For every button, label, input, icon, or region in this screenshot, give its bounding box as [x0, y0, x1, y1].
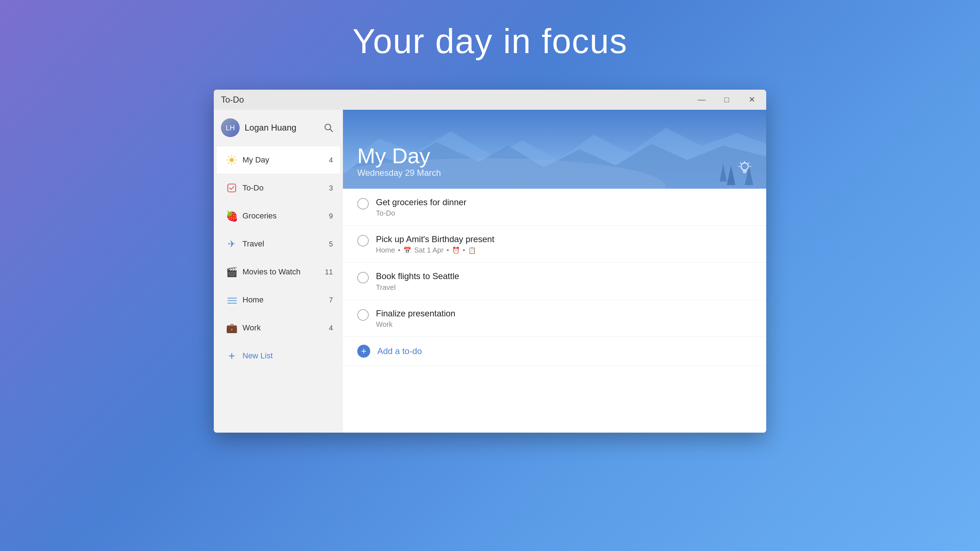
close-button[interactable]: ✕	[745, 92, 759, 107]
svg-line-10	[229, 162, 229, 163]
task-info: Book flights to Seattle Travel	[376, 271, 752, 291]
sidebar-item-to-do[interactable]: To-Do 3	[217, 174, 340, 202]
sidebar-item-travel[interactable]: ✈ Travel 5	[217, 230, 340, 258]
title-bar: To-Do — □ ✕	[214, 90, 766, 110]
tasks-list: Get groceries for dinner To-Do Pick up A…	[343, 189, 766, 433]
new-list-plus-icon: +	[224, 348, 240, 364]
task-checkbox[interactable]	[357, 309, 369, 321]
note-icon: 📋	[468, 247, 476, 254]
svg-line-28	[740, 163, 741, 164]
task-title: Finalize presentation	[376, 308, 752, 319]
myday-date: Wednesday 29 March	[357, 168, 752, 178]
main-content: My Day Wednesday 29 March	[343, 110, 766, 433]
avatar: LH	[221, 118, 240, 137]
task-item[interactable]: Book flights to Seattle Travel	[343, 263, 766, 299]
task-title: Get groceries for dinner	[376, 197, 752, 208]
task-item[interactable]: Finalize presentation Work	[343, 300, 766, 337]
task-info: Finalize presentation Work	[376, 308, 752, 329]
svg-line-29	[749, 163, 749, 164]
work-icon: 💼	[224, 320, 240, 336]
sidebar-item-label: My Day	[242, 155, 329, 165]
minimize-button[interactable]: —	[694, 92, 709, 107]
task-info: Get groceries for dinner To-Do	[376, 197, 752, 217]
sidebar-item-label: Movies to Watch	[242, 267, 325, 277]
avatar-image: LH	[221, 118, 240, 137]
sidebar-item-home[interactable]: Home 7	[217, 286, 340, 314]
task-title: Book flights to Seattle	[376, 271, 752, 282]
task-info: Pick up Amit's Birthday present Home • 📅…	[376, 234, 752, 254]
svg-point-22	[741, 163, 748, 170]
add-todo-icon: +	[357, 345, 370, 358]
sidebar-item-count: 9	[329, 212, 333, 220]
sidebar-item-work[interactable]: 💼 Work 4	[217, 314, 340, 341]
sidebar-header: LH Logan Huang	[214, 110, 343, 146]
task-due-date: Sat 1 Apr	[414, 246, 443, 254]
task-list-name: Work	[376, 320, 393, 329]
home-icon	[224, 292, 240, 308]
new-list-label: New List	[242, 351, 273, 360]
task-item[interactable]: Get groceries for dinner To-Do	[343, 189, 766, 226]
task-meta: Home • 📅 Sat 1 Apr • ⏰ • 📋	[376, 246, 752, 254]
svg-line-9	[234, 157, 235, 158]
sidebar-item-label: Groceries	[242, 211, 329, 221]
sidebar-item-label: Travel	[242, 239, 329, 248]
task-meta: Work	[376, 320, 752, 329]
sidebar-item-my-day[interactable]: My Day 4	[217, 147, 340, 174]
sidebar: LH Logan Huang	[214, 110, 343, 433]
groceries-icon: 🍓	[224, 208, 240, 224]
task-list-name: Travel	[376, 283, 396, 291]
add-todo-label: Add a to-do	[377, 346, 422, 356]
task-meta: To-Do	[376, 209, 752, 217]
task-checkbox[interactable]	[357, 198, 369, 210]
task-checkbox[interactable]	[357, 235, 369, 247]
svg-line-8	[234, 162, 235, 163]
my-day-icon	[224, 152, 240, 168]
movies-icon: 🎬	[224, 264, 240, 280]
travel-icon: ✈	[224, 236, 240, 252]
add-todo-button[interactable]: + Add a to-do	[343, 337, 766, 366]
meta-separator: •	[463, 246, 465, 254]
sidebar-item-count: 5	[329, 240, 333, 248]
task-meta: Travel	[376, 283, 752, 291]
user-name: Logan Huang	[245, 123, 296, 133]
task-title: Pick up Amit's Birthday present	[376, 234, 752, 245]
sidebar-item-count: 7	[329, 296, 333, 304]
meta-separator: •	[447, 246, 449, 254]
sidebar-item-label: Home	[242, 295, 329, 304]
app-window: To-Do — □ ✕ LH Logan Huang	[214, 90, 766, 433]
task-list-name: Home	[376, 246, 395, 254]
svg-point-2	[229, 158, 234, 162]
maximize-button[interactable]: □	[719, 92, 734, 107]
task-checkbox[interactable]	[357, 272, 369, 283]
sidebar-item-label: To-Do	[242, 183, 329, 193]
new-list-button[interactable]: + New List	[217, 342, 340, 369]
task-list-name: To-Do	[376, 209, 395, 217]
sidebar-item-count: 3	[329, 184, 333, 192]
meta-separator: •	[398, 246, 400, 254]
app-body: LH Logan Huang	[214, 110, 766, 433]
svg-line-7	[229, 157, 229, 158]
svg-rect-11	[228, 184, 235, 192]
search-button[interactable]	[321, 121, 336, 135]
myday-header: My Day Wednesday 29 March	[343, 110, 766, 189]
page-title: Your day in focus	[353, 22, 628, 61]
lightbulb-button[interactable]	[738, 160, 752, 178]
task-item[interactable]: Pick up Amit's Birthday present Home • 📅…	[343, 226, 766, 263]
sidebar-item-count: 4	[329, 156, 333, 164]
sidebar-item-count: 4	[329, 324, 333, 332]
calendar-icon: 📅	[403, 247, 411, 254]
sidebar-item-movies-to-watch[interactable]: 🎬 Movies to Watch 11	[217, 258, 340, 285]
svg-line-1	[330, 129, 332, 132]
window-controls: — □ ✕	[694, 92, 759, 107]
nav-items: My Day 4 To-Do 3 🍓	[214, 146, 343, 433]
reminder-icon: ⏰	[452, 247, 460, 254]
myday-header-content: My Day Wednesday 29 March	[357, 144, 752, 178]
sidebar-item-groceries[interactable]: 🍓 Groceries 9	[217, 202, 340, 229]
sidebar-item-count: 11	[325, 268, 333, 276]
myday-title: My Day	[357, 144, 752, 168]
user-info: LH Logan Huang	[221, 118, 296, 137]
sidebar-item-label: Work	[242, 323, 329, 333]
window-title: To-Do	[221, 95, 244, 105]
to-do-icon	[224, 180, 240, 196]
